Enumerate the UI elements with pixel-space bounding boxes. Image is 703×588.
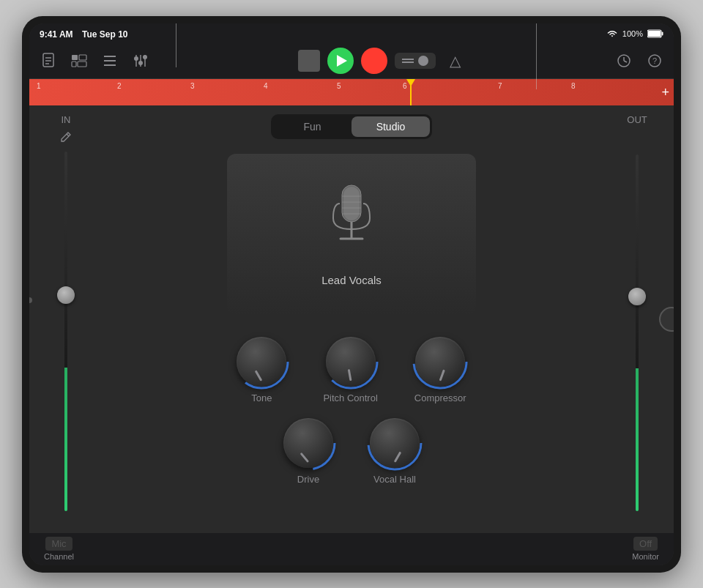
svg-rect-10 bbox=[78, 62, 86, 67]
ruler-mark-5: 5 bbox=[337, 82, 341, 90]
channel-value[interactable]: Mic bbox=[45, 537, 72, 551]
main-content: IN Fun Studio bbox=[29, 105, 674, 533]
triangle-icon: △ bbox=[450, 52, 461, 70]
pitch-control-label: Pitch Control bbox=[323, 392, 377, 403]
record-button[interactable] bbox=[361, 48, 387, 74]
pitch-control-knob[interactable] bbox=[326, 337, 376, 387]
tone-knob-container: Tone bbox=[237, 337, 286, 403]
svg-rect-7 bbox=[72, 55, 78, 60]
drive-knob-container: Drive bbox=[283, 418, 333, 485]
stop-button[interactable] bbox=[298, 50, 320, 72]
instrument-name: Lead Vocals bbox=[321, 274, 382, 286]
svg-point-17 bbox=[138, 61, 143, 65]
ruler-mark-7: 7 bbox=[498, 82, 502, 90]
in-label: IN bbox=[62, 114, 71, 125]
toolbar-left bbox=[37, 49, 152, 72]
timeline[interactable]: 1 2 3 4 5 6 7 8 + bbox=[29, 79, 674, 105]
in-fader-track[interactable] bbox=[64, 152, 67, 511]
list-button[interactable] bbox=[98, 49, 122, 72]
ruler-mark-3: 3 bbox=[190, 82, 195, 90]
compressor-knob-container: Compressor bbox=[414, 337, 466, 403]
pitch-control-knob-container: Pitch Control bbox=[323, 337, 377, 403]
playhead-triangle bbox=[406, 79, 415, 86]
status-right: 100% bbox=[606, 29, 663, 38]
document-button[interactable] bbox=[37, 49, 60, 72]
channel-label: Channel bbox=[44, 552, 74, 561]
in-panel: IN bbox=[29, 105, 103, 533]
play-arrow-icon bbox=[337, 55, 347, 67]
svg-rect-3 bbox=[43, 53, 53, 67]
drive-label: Drive bbox=[297, 474, 319, 485]
fun-mode-button[interactable]: Fun bbox=[273, 116, 352, 137]
tempo-circle bbox=[418, 56, 428, 66]
compressor-knob[interactable] bbox=[415, 337, 465, 387]
status-date: Tue Sep 10 bbox=[82, 29, 127, 40]
out-label: OUT bbox=[627, 114, 647, 125]
status-time: 9:41 AM bbox=[40, 29, 73, 40]
svg-rect-9 bbox=[72, 62, 76, 67]
svg-point-15 bbox=[134, 56, 138, 61]
out-fader-knob[interactable] bbox=[628, 288, 646, 305]
vocal-hall-knob-container: Vocal Hall bbox=[370, 418, 420, 485]
tempo-lines-icon bbox=[402, 59, 414, 63]
knobs-row-1: Tone Pitch Control bbox=[237, 337, 466, 403]
battery-icon bbox=[647, 29, 663, 38]
toolbar-right: ? bbox=[612, 49, 666, 72]
vocal-hall-knob[interactable] bbox=[370, 418, 420, 468]
vocal-hall-label: Vocal Hall bbox=[373, 474, 416, 485]
monitor-selector[interactable]: Off Monitor bbox=[632, 537, 659, 561]
pencil-icon[interactable] bbox=[60, 131, 72, 143]
svg-point-19 bbox=[143, 55, 147, 59]
svg-text:?: ? bbox=[652, 56, 657, 65]
ruler-mark-4: 4 bbox=[264, 82, 268, 90]
drive-knob[interactable] bbox=[283, 418, 333, 468]
clock-button[interactable] bbox=[612, 49, 636, 72]
svg-line-25 bbox=[67, 134, 69, 136]
monitor-label: Monitor bbox=[632, 552, 659, 561]
svg-rect-27 bbox=[343, 187, 360, 220]
battery-percent: 100% bbox=[622, 29, 643, 38]
svg-rect-8 bbox=[79, 55, 86, 60]
annotation-line-right bbox=[536, 23, 537, 89]
studio-mode-button[interactable]: Studio bbox=[352, 116, 430, 137]
microphone-icon bbox=[326, 182, 377, 262]
tempo-area[interactable] bbox=[395, 53, 436, 69]
in-fader-knob[interactable] bbox=[57, 286, 75, 304]
mode-toggle: Fun Studio bbox=[271, 114, 432, 139]
compressor-label: Compressor bbox=[414, 392, 466, 403]
svg-rect-1 bbox=[662, 31, 663, 35]
metronome-button[interactable]: △ bbox=[443, 49, 466, 72]
bottom-bar: Mic Channel Off Monitor bbox=[29, 533, 674, 565]
svg-rect-2 bbox=[648, 31, 661, 37]
center-panel: Fun Studio bbox=[103, 105, 600, 533]
play-button[interactable] bbox=[327, 48, 354, 74]
instrument-area: Lead Vocals bbox=[227, 154, 476, 315]
wifi-icon bbox=[606, 29, 618, 38]
mixer-button[interactable] bbox=[129, 49, 152, 72]
ruler-mark-2: 2 bbox=[117, 82, 122, 90]
channel-selector[interactable]: Mic Channel bbox=[44, 537, 74, 561]
out-fader-track[interactable] bbox=[636, 155, 639, 511]
tone-label: Tone bbox=[251, 392, 272, 403]
timeline-ruler: 1 2 3 4 5 6 7 8 bbox=[29, 79, 674, 105]
status-time-date: 9:41 AM Tue Sep 10 bbox=[40, 27, 128, 40]
status-bar: 9:41 AM Tue Sep 10 100% bbox=[29, 23, 674, 44]
knobs-row-2: Drive Vocal Hall bbox=[283, 418, 420, 485]
tone-knob[interactable] bbox=[237, 337, 286, 387]
ruler-mark-1: 1 bbox=[37, 82, 41, 90]
toolbar-center: △ bbox=[158, 48, 606, 74]
svg-line-22 bbox=[624, 61, 627, 62]
help-button[interactable]: ? bbox=[643, 49, 666, 72]
toolbar: △ ? bbox=[29, 44, 674, 79]
playhead bbox=[410, 79, 412, 105]
ruler-mark-8: 8 bbox=[571, 82, 576, 90]
monitor-value[interactable]: Off bbox=[633, 537, 658, 551]
annotation-line-left bbox=[176, 23, 176, 67]
timeline-add-button[interactable]: + bbox=[661, 84, 669, 100]
tracks-button[interactable] bbox=[67, 49, 91, 72]
